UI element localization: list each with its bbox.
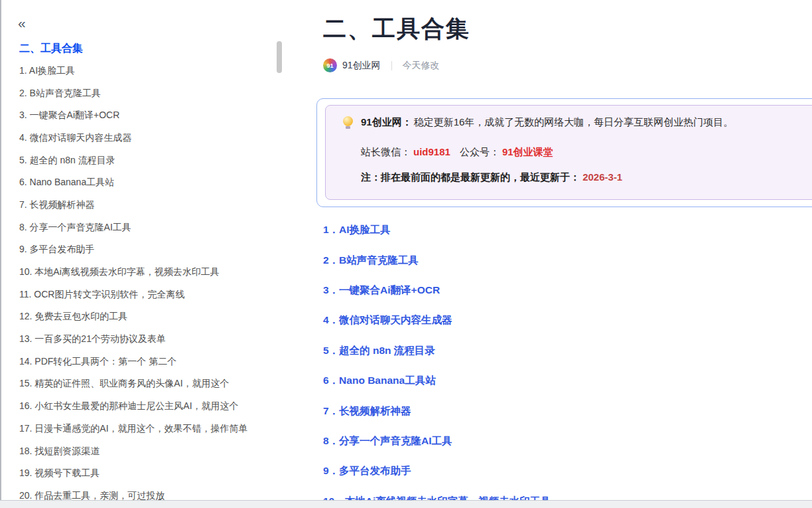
sidebar-toc-item[interactable]: 17. 日漫卡通感觉的AI，就用这个，效果不错，操作简单	[19, 418, 248, 440]
avatar-text: 91	[326, 62, 333, 69]
sidebar-toc-item[interactable]: 7. 长视频解析神器	[19, 194, 248, 216]
sidebar-toc-title[interactable]: 二、工具合集	[19, 42, 83, 56]
sidebar-toc-item[interactable]: 18. 找短剧资源渠道	[19, 440, 248, 463]
wechat-id: uid9181	[413, 146, 450, 157]
update-note-label: 注：排在最前面的都是最新更新的，最近更新于：	[361, 171, 580, 183]
author-name: 91创业网	[342, 60, 381, 72]
page-title: 二、工具合集	[323, 13, 470, 44]
sidebar-toc-item[interactable]: 14. PDF转化工具两个：第一个 第二个	[19, 351, 248, 373]
content-link[interactable]: 7．长视频解析神器	[323, 396, 551, 426]
sidebar-toc-list: 1. AI换脸工具 2. B站声音克隆工具 3. 一键聚合Ai翻译+OCR 4.…	[19, 60, 248, 507]
sidebar-toc-item[interactable]: 8. 分享一个声音克隆AI工具	[19, 216, 248, 239]
sidebar-collapse-icon[interactable]: «	[18, 16, 26, 30]
author-avatar: 91	[323, 58, 337, 72]
content-link[interactable]: 1．AI换脸工具	[323, 215, 551, 245]
sidebar-toc-item[interactable]: 16. 小红书女生最爱的那种迪士尼公主风AI，就用这个	[19, 395, 248, 418]
wechat-label: 站长微信：	[361, 146, 411, 157]
sidebar-toc-item[interactable]: 10. 本地Ai离线视频去水印字幕，视频去水印工具	[19, 261, 248, 284]
lightbulb-icon	[343, 116, 353, 126]
notice-selection-frame: 91创业网：稳定更新16年，成就了无数的网络大咖，每日分享互联网创业热门项目。 …	[316, 98, 812, 207]
content-link[interactable]: 5．超全的 n8n 流程目录	[323, 336, 551, 366]
official-account-label: 公众号：	[460, 146, 500, 157]
main-content: 二、工具合集 91 91创业网 今天修改 91创业网：稳定更新16年，成就了无数…	[322, 0, 812, 508]
sidebar-toc-item[interactable]: 11. OCR图片转文字识别软件，完全离线	[19, 284, 248, 306]
content-link[interactable]: 6．Nano Banana工具站	[323, 366, 551, 396]
content-link[interactable]: 8．分享一个声音克隆AI工具	[323, 426, 551, 456]
sidebar-toc-item[interactable]: 4. 微信对话聊天内容生成器	[19, 127, 248, 149]
notice-line-3: 注：排在最前面的都是最新更新的，最近更新于： 2026-3-1	[361, 170, 812, 184]
bottom-scrollbar-track[interactable]	[0, 500, 812, 508]
content-link[interactable]: 2．B站声音克隆工具	[323, 245, 551, 275]
page: « 二、工具合集 1. AI换脸工具 2. B站声音克隆工具 3. 一键聚合Ai…	[0, 0, 812, 508]
content-link[interactable]: 9．多平台发布助手	[323, 456, 551, 486]
sidebar-toc-item[interactable]: 9. 多平台发布助手	[19, 239, 248, 262]
modified-label: 今天修改	[403, 60, 440, 72]
update-date: 2026-3-1	[582, 171, 622, 183]
sidebar-toc-item[interactable]: 12. 免费去豆包水印的工具	[19, 306, 248, 329]
sidebar-toc-item[interactable]: 15. 精英的证件照、职业商务风的头像AI，就用这个	[19, 373, 248, 396]
sidebar-toc-item[interactable]: 5. 超全的 n8n 流程目录	[19, 149, 248, 172]
sidebar-toc-item[interactable]: 6. Nano Banana工具站	[19, 171, 248, 194]
content-link[interactable]: 3．一键聚合Ai翻译+OCR	[323, 276, 551, 305]
sidebar-toc-item[interactable]: 2. B站声音克隆工具	[19, 82, 248, 105]
sidebar-toc-item[interactable]: 13. 一百多买的21个劳动协议及表单	[19, 328, 248, 351]
sidebar-toc-item[interactable]: 1. AI换脸工具	[19, 60, 248, 82]
sidebar-scrollbar-thumb[interactable]	[277, 41, 282, 73]
author-row: 91 91创业网 今天修改	[323, 58, 440, 72]
meta-divider	[391, 61, 392, 70]
sidebar-toc-item[interactable]: 3. 一键聚合Ai翻译+OCR	[19, 104, 248, 127]
notice-line-2: 站长微信：uid9181公众号：91创业课堂	[361, 145, 812, 159]
notice-line-1: 91创业网：稳定更新16年，成就了无数的网络大咖，每日分享互联网创业热门项目。	[343, 115, 812, 129]
content-link-list: 1．AI换脸工具 2．B站声音克隆工具 3．一键聚合Ai翻译+OCR 4．微信对…	[323, 215, 551, 508]
notice-line1-text: 91创业网：稳定更新16年，成就了无数的网络大咖，每日分享互联网创业热门项目。	[361, 115, 733, 129]
notice-box: 91创业网：稳定更新16年，成就了无数的网络大咖，每日分享互联网创业热门项目。 …	[325, 105, 812, 200]
sidebar: « 二、工具合集 1. AI换脸工具 2. B站声音克隆工具 3. 一键聚合Ai…	[1, 0, 285, 508]
official-account-name: 91创业课堂	[502, 146, 553, 157]
sidebar-toc-item[interactable]: 19. 视频号下载工具	[19, 462, 248, 485]
content-link[interactable]: 4．微信对话聊天内容生成器	[323, 305, 551, 335]
